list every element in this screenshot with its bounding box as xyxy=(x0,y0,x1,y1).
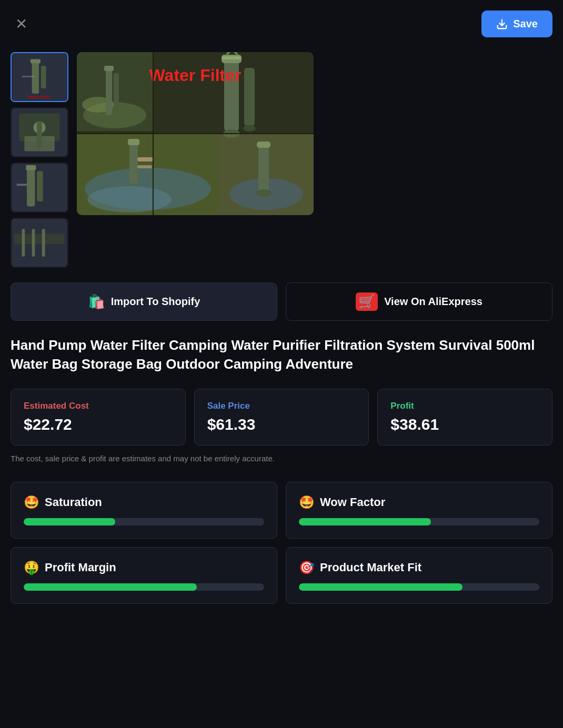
svg-rect-21 xyxy=(42,229,45,257)
profit-label: Profit xyxy=(390,401,539,411)
gallery-section: Water Filter xyxy=(11,52,552,268)
svg-rect-27 xyxy=(104,66,114,71)
svg-text:Water Filter: Water Filter xyxy=(149,66,242,85)
profit-card: Profit $38.61 xyxy=(377,389,552,446)
progress-bg-saturation xyxy=(24,518,264,525)
estimated-cost-label: Estimated Cost xyxy=(24,401,173,411)
progress-fill-wow-factor xyxy=(299,518,431,525)
profit-value: $38.61 xyxy=(390,416,539,433)
svg-text:Water Filter: Water Filter xyxy=(28,95,51,99)
svg-rect-3 xyxy=(31,59,41,63)
metric-emoji-profit-margin: 🤑 xyxy=(24,560,39,575)
svg-rect-39 xyxy=(128,139,139,145)
metric-card-saturation: 🤩 Saturation xyxy=(11,482,277,539)
svg-rect-45 xyxy=(257,141,270,148)
metric-header-product-market-fit: 🎯 Product Market Fit xyxy=(299,560,539,575)
svg-rect-13 xyxy=(27,166,35,207)
close-button[interactable]: ✕ xyxy=(11,14,32,35)
progress-fill-saturation xyxy=(24,518,115,525)
main-product-svg: Water Filter xyxy=(77,52,314,215)
svg-rect-28 xyxy=(114,73,119,110)
thumbnail-1[interactable]: Water Filter xyxy=(11,52,68,102)
thumbnail-4[interactable] xyxy=(11,218,68,268)
header: ✕ Save xyxy=(11,11,552,37)
estimated-cost-value: $22.72 xyxy=(24,416,173,433)
metrics-grid: 🤩 Saturation 🤩 Wow Factor 🤑 Profit Margi… xyxy=(11,482,552,604)
metric-title-product-market-fit: Product Market Fit xyxy=(320,561,421,574)
svg-rect-38 xyxy=(129,141,138,184)
progress-bg-profit-margin xyxy=(24,583,264,591)
price-disclaimer: The cost, sale price & profit are estima… xyxy=(11,454,552,463)
metric-emoji-saturation: 🤩 xyxy=(24,495,39,510)
progress-bg-product-market-fit xyxy=(299,583,539,591)
product-title: Hand Pump Water Filter Camping Water Pur… xyxy=(11,336,552,374)
aliexpress-label: View On AliExpress xyxy=(384,296,482,308)
svg-rect-16 xyxy=(17,184,27,186)
thumbnail-2[interactable] xyxy=(11,107,68,157)
close-icon: ✕ xyxy=(15,15,27,33)
aliexpress-icon: 🛒 xyxy=(356,292,378,311)
save-label: Save xyxy=(513,18,538,30)
import-shopify-button[interactable]: 🛍️ Import To Shopify xyxy=(11,282,277,321)
price-cards: Estimated Cost $22.72 Sale Price $61.33 … xyxy=(11,389,552,446)
metric-emoji-wow-factor: 🤩 xyxy=(299,495,315,510)
svg-rect-26 xyxy=(106,68,112,115)
svg-rect-5 xyxy=(22,76,34,77)
metric-header-profit-margin: 🤑 Profit Margin xyxy=(24,560,264,575)
sale-price-card: Sale Price $61.33 xyxy=(194,389,369,446)
metric-title-profit-margin: Profit Margin xyxy=(45,561,116,574)
estimated-cost-card: Estimated Cost $22.72 xyxy=(11,389,186,446)
progress-fill-profit-margin xyxy=(24,583,197,591)
svg-rect-11 xyxy=(37,121,42,149)
svg-rect-18 xyxy=(14,234,65,244)
progress-fill-product-market-fit xyxy=(299,583,463,591)
progress-bg-wow-factor xyxy=(299,518,539,525)
metric-header-wow-factor: 🤩 Wow Factor xyxy=(299,495,539,510)
thumbnail-1-image: Water Filter xyxy=(12,53,67,101)
svg-rect-19 xyxy=(22,229,25,257)
shopify-icon: 🛍️ xyxy=(88,294,105,310)
svg-rect-20 xyxy=(32,229,35,257)
metric-card-product-market-fit: 🎯 Product Market Fit xyxy=(286,547,552,604)
metric-card-profit-margin: 🤑 Profit Margin xyxy=(11,547,277,604)
thumbnail-3[interactable] xyxy=(11,163,68,213)
shopify-label: Import To Shopify xyxy=(111,296,200,308)
thumbnail-list: Water Filter xyxy=(11,52,68,268)
metric-emoji-product-market-fit: 🎯 xyxy=(299,560,315,575)
metric-title-wow-factor: Wow Factor xyxy=(320,496,385,509)
svg-rect-4 xyxy=(41,66,46,88)
view-aliexpress-button[interactable]: 🛒 View On AliExpress xyxy=(286,282,552,321)
metric-title-saturation: Saturation xyxy=(45,496,102,509)
svg-rect-40 xyxy=(137,157,153,161)
svg-rect-41 xyxy=(137,165,152,168)
svg-rect-14 xyxy=(26,165,36,170)
metric-card-wow-factor: 🤩 Wow Factor xyxy=(286,482,552,539)
thumbnail-3-image xyxy=(12,164,67,211)
svg-point-37 xyxy=(87,186,172,213)
metric-header-saturation: 🤩 Saturation xyxy=(24,495,264,510)
svg-rect-15 xyxy=(37,171,43,201)
main-product-image: Water Filter xyxy=(77,52,314,215)
sale-price-label: Sale Price xyxy=(207,401,356,411)
sale-price-value: $61.33 xyxy=(207,416,356,433)
svg-point-34 xyxy=(243,125,256,132)
svg-point-46 xyxy=(256,189,272,197)
svg-rect-31 xyxy=(222,56,241,59)
thumbnail-4-image xyxy=(12,219,67,267)
svg-rect-33 xyxy=(244,68,255,126)
save-button[interactable]: Save xyxy=(481,11,552,37)
save-icon xyxy=(496,18,508,30)
thumbnail-2-image xyxy=(12,108,67,156)
svg-rect-44 xyxy=(258,144,269,191)
action-buttons: 🛍️ Import To Shopify 🛒 View On AliExpres… xyxy=(11,282,552,321)
